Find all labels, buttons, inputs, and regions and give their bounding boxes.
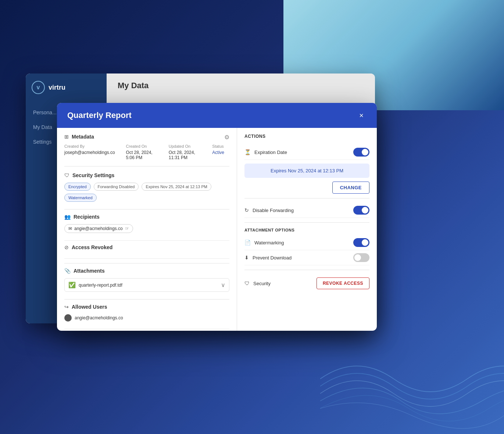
modal-right-panel: ACTIONS ⏳ Expiration Date Expires Nov 25… <box>237 128 377 331</box>
metadata-grid: Created By Created On Updated On Status … <box>64 144 224 160</box>
recipients-icon: 👥 <box>64 214 71 220</box>
recipients-title: Recipients <box>74 214 100 220</box>
logo-v: v <box>37 84 40 91</box>
security-settings-section: 🛡 Security Settings Encrypted Forwarding… <box>64 172 229 202</box>
disable-forwarding-row: ↻ Disable Forwarding <box>244 203 369 218</box>
metadata-header: ⊞ Metadata <box>64 134 224 140</box>
allowed-users-header: ↪ Allowed Users <box>64 304 229 310</box>
allowed-user-row: angie@acmeholdings.co <box>64 314 229 322</box>
revoke-access-button[interactable]: REVOKE ACCESS <box>317 277 369 289</box>
metadata-icon: ⊞ <box>64 134 69 140</box>
hourglass-icon: ⏳ <box>244 149 251 155</box>
allowed-users-icon: ↪ <box>64 304 69 310</box>
security-tags: Encrypted Forwarding Disabled Expires No… <box>64 183 229 202</box>
prevent-download-left: ⬇ Prevent Download <box>244 255 292 261</box>
modal-left-panel: ⊞ Metadata Created By Created On Updated… <box>57 128 237 331</box>
close-button[interactable]: × <box>356 110 367 121</box>
revoked-icon: ⊘ <box>64 244 69 250</box>
updated-on-label: Updated On <box>169 144 201 148</box>
security-row: 🛡 Security REVOKE ACCESS <box>244 275 369 292</box>
recipients-section: 👥 Recipients ✉ angie@acmeholdings.co ☞ <box>64 214 229 233</box>
access-revoked-title: Access Revoked <box>72 244 112 250</box>
security-settings-header: 🛡 Security Settings <box>64 172 229 178</box>
access-revoked-header: ⊘ Access Revoked <box>64 244 229 250</box>
check-circle-icon: ✅ <box>68 281 76 288</box>
allowed-user-email: angie@acmeholdings.co <box>75 315 123 320</box>
recipients-header: 👥 Recipients <box>64 214 229 220</box>
status-label: Status <box>212 144 224 148</box>
download-icon: ⬇ <box>244 255 249 261</box>
tag-forwarding-disabled: Forwarding Disabled <box>94 183 139 191</box>
prevent-download-toggle[interactable] <box>353 253 369 262</box>
divider-4 <box>64 329 229 329</box>
modal-header: Quarterly Report × <box>57 103 377 128</box>
app-main-title: My Data <box>107 73 375 98</box>
actions-panel-title: ACTIONS <box>244 134 369 139</box>
security-label: Security <box>253 281 271 286</box>
logo-icon: v <box>32 81 45 94</box>
expiration-date-label: Expiration Date <box>254 150 287 155</box>
metadata-title: Metadata <box>72 134 94 140</box>
cursor-icon: ☞ <box>125 226 129 231</box>
watermark-icon: 📄 <box>244 240 251 245</box>
divider-actions-2 <box>244 222 369 223</box>
attachment-options-title: ATTACHMENT OPTIONS <box>244 228 369 232</box>
user-avatar <box>64 314 72 322</box>
modal: Quarterly Report × ⊞ Metadata Created By… <box>57 103 377 331</box>
created-on-value: Oct 28, 2024, 5:06 PM <box>126 150 158 160</box>
prevent-download-row: ⬇ Prevent Download <box>244 250 369 265</box>
watermarking-row: 📄 Watermarking <box>244 235 369 250</box>
modal-title: Quarterly Report <box>67 111 132 120</box>
paperclip-icon: 📎 <box>64 268 71 274</box>
expiration-date-left: ⏳ Expiration Date <box>244 149 287 155</box>
watermarking-label: Watermarking <box>254 240 284 245</box>
security-shield-icon: 🛡 <box>244 280 250 286</box>
divider-3 <box>64 299 229 300</box>
recipient-email: angie@acmeholdings.co <box>74 226 123 231</box>
created-by-value: joseph@acmeholdings.co <box>64 150 115 160</box>
watermarking-left: 📄 Watermarking <box>244 240 284 245</box>
change-expiry-button[interactable]: CHANGE <box>332 182 369 194</box>
divider-actions-3 <box>244 270 369 270</box>
recipient-chip[interactable]: ✉ angie@acmeholdings.co ☞ <box>64 224 133 233</box>
divider-1 <box>64 209 229 209</box>
expiration-date-row: ⏳ Expiration Date <box>244 145 369 160</box>
attachment-item: ✅ quarterly-report.pdf.tdf ∨ <box>64 278 229 292</box>
settings-gear-icon[interactable]: ⚙ <box>224 134 229 141</box>
expiration-date-group: ⏳ Expiration Date Expires Nov 25, 2024 a… <box>244 145 369 194</box>
security-settings-title: Security Settings <box>72 172 114 178</box>
sidebar-logo: v virtru <box>26 73 107 101</box>
prevent-download-label: Prevent Download <box>253 255 292 261</box>
metadata-section: ⊞ Metadata Created By Created On Updated… <box>64 134 229 166</box>
created-by-label: Created By <box>64 144 115 148</box>
disable-forwarding-left: ↻ Disable Forwarding <box>244 207 294 213</box>
allowed-users-section: ↪ Allowed Users angie@acmeholdings.co <box>64 304 229 322</box>
expiry-date-box: Expires Nov 25, 2024 at 12:13 PM <box>244 164 369 178</box>
divider-actions-1 <box>244 198 369 198</box>
attachments-header: 📎 Attachments <box>64 268 229 274</box>
expiration-date-toggle[interactable] <box>353 148 369 157</box>
shield-icon: 🛡 <box>64 172 69 178</box>
tag-expires: Expires Nov 25, 2024 at 12:13 PM <box>142 183 211 191</box>
tag-encrypted: Encrypted <box>64 183 91 191</box>
allowed-users-title: Allowed Users <box>72 304 107 310</box>
attachment-filename: quarterly-report.pdf.tdf <box>79 283 218 288</box>
modal-body: ⊞ Metadata Created By Created On Updated… <box>57 128 377 331</box>
access-revoked-section: ⊘ Access Revoked <box>64 240 229 259</box>
status-value: Active <box>212 150 224 160</box>
forwarding-icon: ↻ <box>244 207 249 213</box>
created-on-label: Created On <box>126 144 158 148</box>
watermarking-toggle[interactable] <box>353 238 369 247</box>
disable-forwarding-toggle[interactable] <box>353 206 369 215</box>
divider-2 <box>64 263 229 263</box>
disable-forwarding-label: Disable Forwarding <box>253 208 294 213</box>
envelope-icon: ✉ <box>68 226 72 231</box>
attachments-title: Attachments <box>74 268 105 274</box>
decorative-waves <box>320 324 504 434</box>
security-left: 🛡 Security <box>244 280 271 286</box>
chevron-down-icon[interactable]: ∨ <box>221 281 225 288</box>
tag-watermarked: Watermarked <box>64 194 97 202</box>
updated-on-value: Oct 28, 2024, 11:31 PM <box>169 150 201 160</box>
attachments-section: 📎 Attachments ✅ quarterly-report.pdf.tdf… <box>64 268 229 292</box>
brand-name: virtru <box>49 84 65 92</box>
